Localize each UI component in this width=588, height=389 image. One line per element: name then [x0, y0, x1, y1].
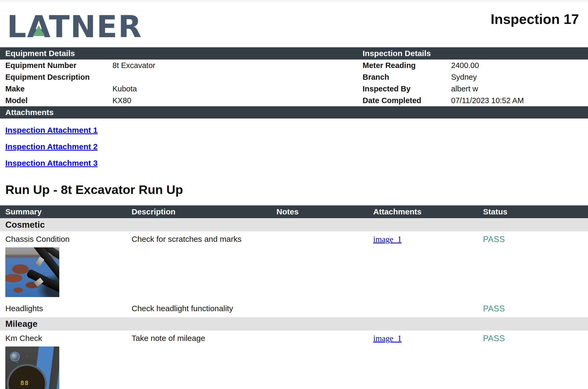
- table-row-headlights: Headlights Check headlight functionality…: [0, 301, 588, 317]
- attachments-header: Attachments: [5, 108, 588, 117]
- gauge-shape: 88: [7, 364, 47, 389]
- checklist-header-row: Summary Description Notes Attachments St…: [0, 205, 588, 218]
- item-summary: Headlights: [5, 304, 132, 313]
- table-row-km-check: Km Check 88 Take note of mileage image_1…: [0, 331, 588, 389]
- model-value: KX80: [112, 95, 363, 106]
- equipment-description-value: [112, 71, 363, 83]
- latner-logo-graphic: LATNER: [7, 11, 166, 43]
- column-header-attachments: Attachments: [373, 207, 483, 216]
- meter-photo-thumbnail: 88: [5, 346, 59, 389]
- item-summary: Km Check: [5, 334, 132, 343]
- latner-logo-text: LATNER: [7, 11, 142, 43]
- image-attachment-link[interactable]: image_1: [373, 235, 402, 244]
- status-badge: PASS: [483, 304, 588, 314]
- item-description: Check headlight functionality: [132, 304, 276, 313]
- page-header: LATNER Inspection 17: [0, 3, 588, 47]
- details-table: Equipment Number 8t Excavator Meter Read…: [0, 60, 588, 106]
- equipment-details-header: Equipment Details: [5, 49, 363, 58]
- runup-section-title: Run Up - 8t Excavator Run Up: [0, 182, 588, 197]
- inspection-attachment-link-3[interactable]: Inspection Attachment 3: [5, 158, 98, 168]
- column-header-description: Description: [132, 207, 276, 216]
- make-label: Make: [5, 83, 112, 95]
- section-name: Mileage: [5, 319, 37, 329]
- summary-cell: Chassis Condition: [5, 235, 132, 297]
- date-completed-value: 07/11/2023 10:52 AM: [451, 95, 588, 106]
- details-header-bar: Equipment Details Inspection Details: [0, 47, 588, 60]
- section-row-mileage: Mileage: [0, 317, 588, 331]
- equipment-number-label: Equipment Number: [5, 60, 112, 71]
- status-badge: PASS: [483, 235, 588, 244]
- section-name: Cosmetic: [5, 220, 45, 230]
- branch-label: Branch: [363, 71, 451, 83]
- bolt-shape: [11, 353, 19, 360]
- meter-reading-value: 2400.00: [451, 60, 588, 71]
- section-row-cosmetic: Cosmetic: [0, 218, 588, 231]
- column-header-notes: Notes: [276, 207, 373, 216]
- inspected-by-label: Inspected By: [363, 83, 451, 95]
- attachments-list: Inspection Attachment 1 Inspection Attac…: [0, 119, 588, 176]
- page-top-strip: [0, 0, 588, 3]
- summary-cell: Km Check 88: [5, 334, 132, 389]
- inspection-attachment-link-1[interactable]: Inspection Attachment 1: [5, 125, 98, 135]
- column-header-summary: Summary: [5, 207, 132, 216]
- attachments-header-bar: Attachments: [0, 106, 588, 119]
- meter-reading-label: Meter Reading: [363, 60, 451, 71]
- date-completed-label: Date Completed: [363, 95, 451, 106]
- column-header-status: Status: [483, 207, 588, 216]
- inspection-details-header: Inspection Details: [363, 49, 588, 58]
- report-title: Inspection 17: [491, 11, 579, 27]
- item-description: Check for scratches and marks: [132, 235, 276, 244]
- branch-value: Sydney: [451, 71, 588, 83]
- latner-logo: LATNER: [7, 11, 166, 44]
- gauge-digits: 88: [20, 380, 29, 386]
- status-badge: PASS: [483, 334, 588, 343]
- inspected-by-value: albert w: [451, 83, 588, 95]
- equipment-description-label: Equipment Description: [5, 71, 112, 83]
- table-row-chassis-condition: Chassis Condition Check for scratches an…: [0, 231, 588, 301]
- make-value: Kubota: [112, 83, 363, 95]
- equipment-number-value: 8t Excavator: [112, 60, 363, 71]
- model-label: Model: [5, 95, 112, 106]
- chassis-photo-thumbnail: [5, 247, 59, 297]
- item-description: Take note of mileage: [132, 334, 276, 343]
- image-attachment-link[interactable]: image_1: [373, 334, 402, 343]
- item-summary: Chassis Condition: [5, 235, 132, 244]
- inspection-attachment-link-2[interactable]: Inspection Attachment 2: [5, 142, 98, 151]
